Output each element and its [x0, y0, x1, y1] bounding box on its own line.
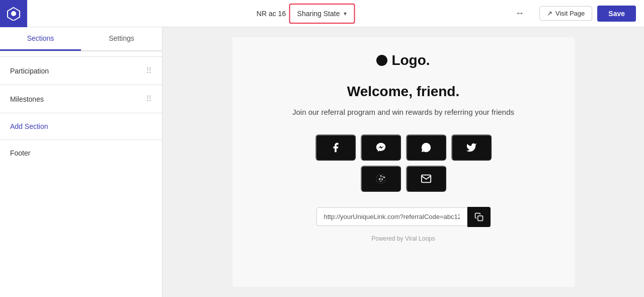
topbar: NR ac 16 Sharing State ▾ ↔ ↗ Visit Page … [0, 0, 644, 27]
chevron-down-icon: ▾ [344, 10, 347, 17]
sidebar-spacer-1 [0, 51, 162, 56]
sidebar-item-participation[interactable]: Participation ⠿ [0, 57, 162, 85]
share-button-messenger[interactable] [361, 134, 401, 161]
visit-page-button[interactable]: ↗ Visit Page [539, 6, 592, 21]
topbar-right-actions: ↔ ↗ Visit Page Save [515, 6, 636, 22]
sidebar-item-footer[interactable]: Footer [0, 140, 162, 166]
svg-point-5 [383, 176, 385, 178]
share-button-whatsapp[interactable] [406, 134, 446, 161]
share-button-reddit[interactable]: r/ [361, 166, 401, 192]
copy-link-button[interactable] [467, 207, 491, 227]
tab-settings[interactable]: Settings [81, 27, 162, 51]
resize-icon[interactable]: ↔ [515, 8, 524, 19]
app-logo[interactable] [0, 0, 27, 27]
powered-by-label: Powered by Viral Loops [371, 235, 435, 242]
svg-point-6 [380, 175, 381, 177]
share-button-facebook[interactable] [315, 134, 356, 161]
sidebar-tabs: Sections Settings [0, 27, 162, 51]
preview-card: Logo. Welcome, friend. Join our referral… [232, 37, 575, 287]
share-buttons-row-2: r/ [361, 166, 446, 192]
referral-row [316, 207, 491, 227]
main-layout: Sections Settings Participation ⠿ Milest… [0, 27, 644, 297]
svg-point-4 [381, 178, 383, 180]
sharing-state-dropdown[interactable]: Sharing State ▾ [289, 4, 355, 24]
share-buttons-row-1 [315, 134, 492, 161]
drag-handle-icon: ⠿ [146, 66, 152, 76]
preview-area: Logo. Welcome, friend. Join our referral… [163, 27, 644, 297]
welcome-subtitle: Join our referral program and win reward… [292, 107, 514, 118]
preview-logo: Logo. [376, 52, 430, 68]
share-button-email[interactable] [406, 166, 446, 192]
drag-handle-icon: ⠿ [146, 94, 152, 104]
welcome-heading: Welcome, friend. [347, 84, 460, 100]
save-button[interactable]: Save [597, 6, 636, 22]
sidebar-item-milestones[interactable]: Milestones ⠿ [0, 85, 162, 113]
share-button-twitter[interactable] [451, 134, 492, 161]
tab-sections[interactable]: Sections [0, 27, 81, 51]
logo-dot-icon [376, 55, 387, 66]
dropdown-label: Sharing State [297, 10, 340, 18]
svg-rect-8 [477, 215, 482, 220]
external-link-icon: ↗ [547, 10, 552, 17]
referral-link-input[interactable] [316, 207, 467, 226]
sidebar: Sections Settings Participation ⠿ Milest… [0, 27, 163, 297]
svg-point-1 [11, 11, 16, 16]
page-title: NR ac 16 [27, 10, 515, 18]
add-section-button[interactable]: Add Section [0, 113, 162, 140]
